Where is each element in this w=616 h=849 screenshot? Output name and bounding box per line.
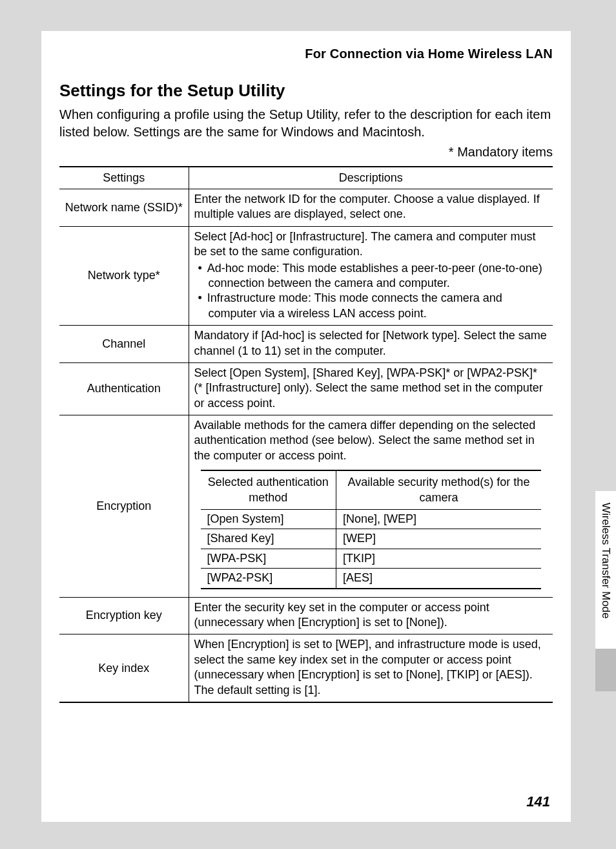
list-item: Ad-hoc mode: This mode establishes a pee… (194, 261, 548, 291)
side-tab-stub (595, 649, 616, 691)
setting-description: Enter the security key set in the comput… (189, 597, 553, 634)
side-tab: Wireless Transfer Mode (595, 491, 616, 691)
table-row: Network type* Select [Ad-hoc] or [Infras… (59, 226, 553, 325)
setting-description: Mandatory if [Ad-hoc] is selected for [N… (189, 326, 553, 363)
table-row: Encryption key Enter the security key se… (59, 597, 553, 634)
desc-lead: Select [Ad-hoc] or [Infrastructure]. The… (194, 230, 536, 258)
table-row: [WPA-PSK] [TKIP] (201, 549, 542, 568)
section-title: Settings for the Setup Utility (59, 81, 553, 101)
inner-avail: [AES] (336, 569, 542, 589)
mandatory-note: * Mandatory items (59, 145, 553, 160)
setting-label: Encryption key (59, 597, 189, 634)
list-item: Infrastructure mode: This mode connects … (194, 291, 548, 321)
page-header: For Connection via Home Wireless LAN (59, 47, 553, 61)
setting-description: Available methods for the camera differ … (189, 415, 553, 598)
setting-label: Key index (59, 634, 189, 702)
page-number: 141 (526, 793, 550, 810)
inner-auth: [Shared Key] (201, 529, 336, 549)
inner-auth: [WPA-PSK] (201, 549, 336, 568)
setting-label: Channel (59, 326, 189, 363)
setting-label: Authentication (59, 362, 189, 415)
table-row: Channel Mandatory if [Ad-hoc] is selecte… (59, 326, 553, 363)
table-row: [WPA2-PSK] [AES] (201, 569, 542, 589)
inner-avail: [None], [WEP] (336, 510, 542, 529)
side-tab-label: Wireless Transfer Mode (595, 491, 612, 640)
setting-description: Enter the network ID for the computer. C… (189, 189, 553, 227)
col-header-descriptions: Descriptions (189, 167, 553, 189)
inner-avail: [TKIP] (336, 549, 542, 568)
setting-description: When [Encryption] is set to [WEP], and i… (189, 634, 553, 702)
setting-description: Select [Ad-hoc] or [Infrastructure]. The… (189, 226, 553, 325)
inner-auth: [WPA2-PSK] (201, 569, 336, 589)
table-row: Encryption Available methods for the cam… (59, 415, 553, 598)
desc-lead: Available methods for the camera differ … (194, 419, 536, 462)
table-row: Key index When [Encryption] is set to [W… (59, 634, 553, 702)
setting-label: Encryption (59, 415, 189, 598)
setting-label: Network type* (59, 226, 189, 325)
page: For Connection via Home Wireless LAN Set… (41, 31, 571, 822)
inner-col-avail: Available security method(s) for the cam… (336, 470, 542, 509)
table-row: Authentication Select [Open System], [Sh… (59, 362, 553, 415)
bullet-list: Ad-hoc mode: This mode establishes a pee… (194, 261, 548, 322)
table-row: [Shared Key] [WEP] (201, 529, 542, 549)
setting-label: Network name (SSID)* (59, 189, 189, 227)
table-row: [Open System] [None], [WEP] (201, 510, 542, 529)
setting-description: Select [Open System], [Shared Key], [WPA… (189, 362, 553, 415)
col-header-settings: Settings (59, 167, 189, 189)
table-row: Network name (SSID)* Enter the network I… (59, 189, 553, 227)
inner-avail: [WEP] (336, 529, 542, 549)
encryption-inner-table: Selected authentication method Available… (201, 470, 542, 589)
intro-paragraph: When configuring a profile using the Set… (59, 106, 553, 141)
inner-auth: [Open System] (201, 510, 336, 529)
inner-col-auth: Selected authentication method (201, 470, 336, 509)
settings-table: Settings Descriptions Network name (SSID… (59, 166, 553, 703)
